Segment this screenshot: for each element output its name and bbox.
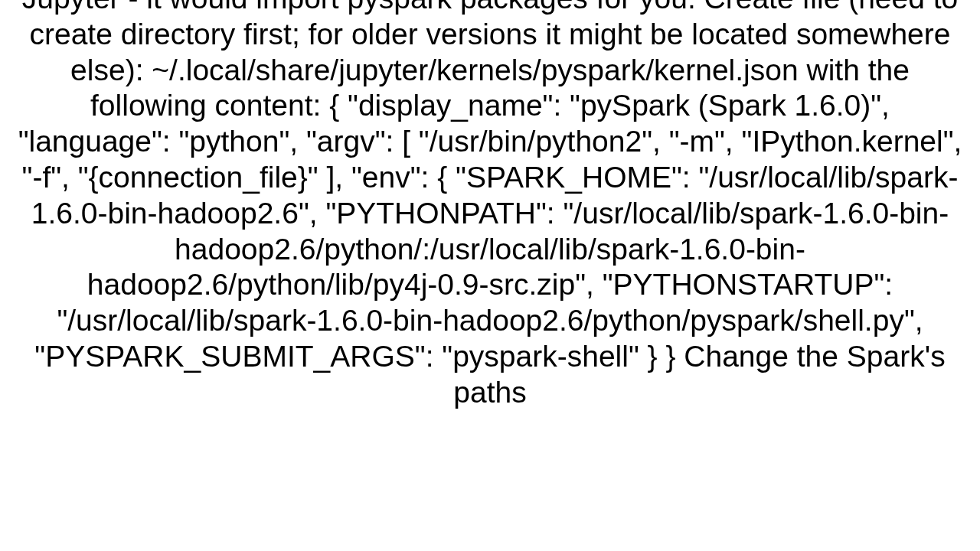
document-body-text: Jupyter - it would import pyspark packag… bbox=[0, 0, 980, 411]
